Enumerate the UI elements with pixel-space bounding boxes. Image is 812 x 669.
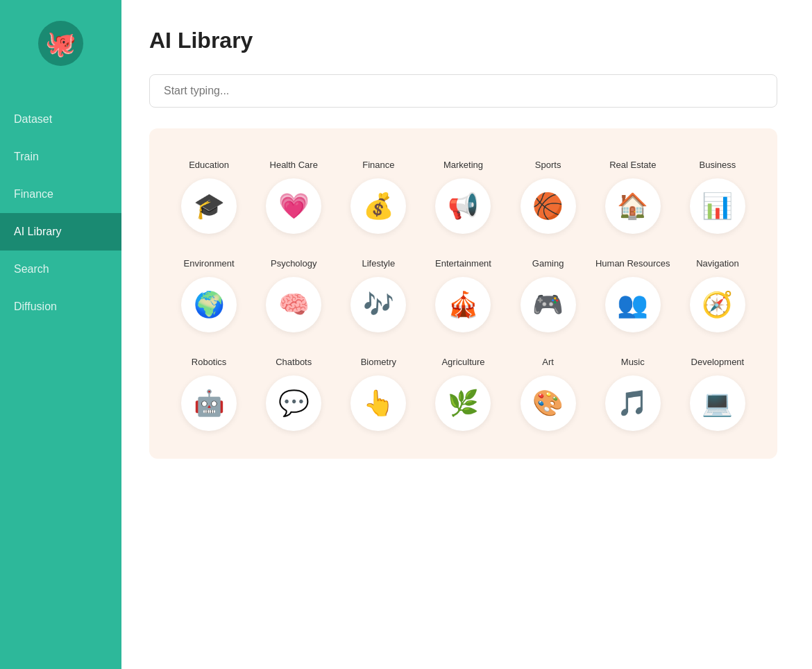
category-icon-art: 🎨 bbox=[521, 375, 576, 431]
sidebar-nav: DatasetTrainFinanceAI LibrarySearchDiffu… bbox=[0, 101, 121, 325]
category-icon-music: 🎵 bbox=[605, 375, 661, 431]
category-label-art: Art bbox=[542, 346, 554, 369]
category-icon-lifestyle: 🎶 bbox=[350, 277, 406, 332]
category-card-marketing[interactable]: Marketing📢 bbox=[424, 149, 502, 234]
category-icon-gaming: 🎮 bbox=[521, 277, 576, 332]
category-card-health-care[interactable]: Health Care💗 bbox=[255, 149, 332, 234]
category-card-lifestyle[interactable]: Lifestyle🎶 bbox=[339, 248, 417, 332]
category-label-entertainment: Entertainment bbox=[435, 248, 491, 270]
category-card-music[interactable]: Music🎵 bbox=[594, 346, 672, 431]
category-label-development: Development bbox=[691, 346, 745, 369]
category-icon-real-estate: 🏠 bbox=[605, 178, 661, 234]
category-icon-navigation: 🧭 bbox=[690, 277, 745, 332]
category-label-biometry: Biometry bbox=[361, 346, 396, 369]
category-icon-human-resources: 👥 bbox=[605, 277, 661, 332]
category-label-psychology: Psychology bbox=[271, 248, 316, 270]
category-card-robotics[interactable]: Robotics🤖 bbox=[170, 346, 248, 431]
category-label-gaming: Gaming bbox=[532, 248, 564, 270]
category-label-sports: Sports bbox=[535, 149, 561, 171]
sidebar-item-dataset[interactable]: Dataset bbox=[0, 101, 121, 138]
category-icon-robotics: 🤖 bbox=[181, 375, 237, 431]
sidebar: 🐙 DatasetTrainFinanceAI LibrarySearchDif… bbox=[0, 0, 121, 669]
category-label-marketing: Marketing bbox=[443, 149, 483, 171]
sidebar-item-search[interactable]: Search bbox=[0, 251, 121, 288]
category-icon-biometry: 👆 bbox=[350, 375, 406, 431]
category-label-navigation: Navigation bbox=[696, 248, 738, 270]
search-input[interactable] bbox=[149, 74, 777, 108]
category-icon-finance: 💰 bbox=[350, 178, 406, 234]
category-label-environment: Environment bbox=[184, 248, 235, 270]
category-label-real-estate: Real Estate bbox=[609, 149, 656, 171]
sidebar-item-ai-library[interactable]: AI Library bbox=[0, 213, 121, 251]
category-icon-psychology: 🧠 bbox=[266, 277, 321, 332]
category-grid-container: Education🎓Health Care💗Finance💰Marketing📢… bbox=[149, 128, 777, 459]
category-icon-business: 📊 bbox=[690, 178, 745, 234]
category-icon-development: 💻 bbox=[690, 375, 745, 431]
category-card-psychology[interactable]: Psychology🧠 bbox=[255, 248, 332, 332]
category-icon-chatbots: 💬 bbox=[266, 375, 321, 431]
category-card-human-resources[interactable]: Human Resources👥 bbox=[594, 248, 672, 332]
category-icon-entertainment: 🎪 bbox=[435, 277, 491, 332]
category-label-education: Education bbox=[189, 149, 229, 171]
main-content: AI Library Education🎓Health Care💗Finance… bbox=[121, 0, 812, 669]
category-card-finance[interactable]: Finance💰 bbox=[339, 149, 417, 234]
category-card-navigation[interactable]: Navigation🧭 bbox=[679, 248, 756, 332]
logo: 🐙 bbox=[0, 14, 121, 73]
category-card-chatbots[interactable]: Chatbots💬 bbox=[255, 346, 332, 431]
category-card-real-estate[interactable]: Real Estate🏠 bbox=[594, 149, 672, 234]
category-label-chatbots: Chatbots bbox=[276, 346, 312, 369]
category-label-finance: Finance bbox=[362, 149, 394, 171]
category-icon-education: 🎓 bbox=[181, 178, 237, 234]
logo-icon: 🐙 bbox=[38, 21, 83, 66]
category-card-gaming[interactable]: Gaming🎮 bbox=[509, 248, 587, 332]
category-card-development[interactable]: Development💻 bbox=[679, 346, 756, 431]
category-card-education[interactable]: Education🎓 bbox=[170, 149, 248, 234]
category-card-sports[interactable]: Sports🏀 bbox=[509, 149, 587, 234]
category-icon-sports: 🏀 bbox=[521, 178, 576, 234]
category-icon-agriculture: 🌿 bbox=[435, 375, 491, 431]
category-card-environment[interactable]: Environment🌍 bbox=[170, 248, 248, 332]
category-label-agriculture: Agriculture bbox=[441, 346, 484, 369]
category-label-robotics: Robotics bbox=[192, 346, 227, 369]
category-icon-marketing: 📢 bbox=[435, 178, 491, 234]
category-card-entertainment[interactable]: Entertainment🎪 bbox=[424, 248, 502, 332]
page-title: AI Library bbox=[149, 28, 777, 53]
category-label-music: Music bbox=[621, 346, 645, 369]
category-card-business[interactable]: Business📊 bbox=[679, 149, 756, 234]
sidebar-item-train[interactable]: Train bbox=[0, 138, 121, 176]
category-label-health-care: Health Care bbox=[270, 149, 318, 171]
category-icon-environment: 🌍 bbox=[181, 277, 237, 332]
category-card-agriculture[interactable]: Agriculture🌿 bbox=[424, 346, 502, 431]
category-grid: Education🎓Health Care💗Finance💰Marketing📢… bbox=[170, 149, 756, 431]
category-icon-health-care: 💗 bbox=[266, 178, 321, 234]
category-card-art[interactable]: Art🎨 bbox=[509, 346, 587, 431]
category-label-business: Business bbox=[700, 149, 736, 171]
category-label-human-resources: Human Resources bbox=[595, 248, 670, 270]
category-label-lifestyle: Lifestyle bbox=[362, 248, 396, 270]
sidebar-item-finance[interactable]: Finance bbox=[0, 176, 121, 213]
sidebar-item-diffusion[interactable]: Diffusion bbox=[0, 288, 121, 325]
category-card-biometry[interactable]: Biometry👆 bbox=[339, 346, 417, 431]
